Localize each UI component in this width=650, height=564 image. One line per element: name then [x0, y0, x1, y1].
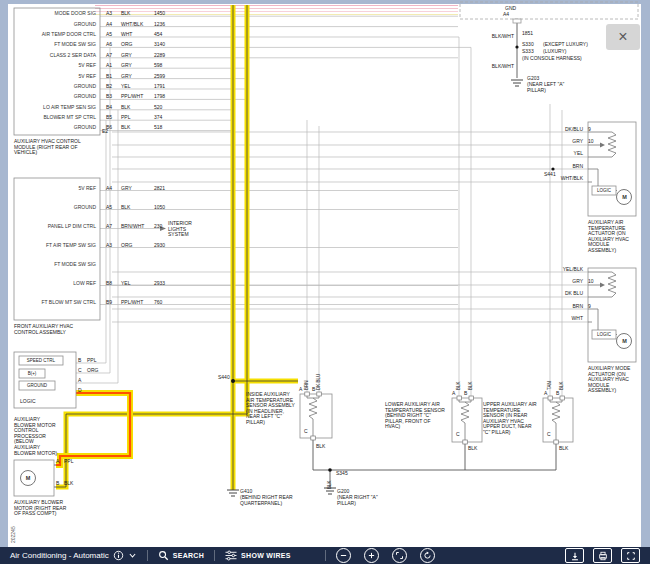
- signal-label: 5V REF: [14, 73, 100, 79]
- zoom-out-button[interactable]: [336, 548, 351, 563]
- circuit-number: 1050: [154, 204, 180, 210]
- wire-color-label: ORG: [121, 242, 154, 248]
- reset-view-button[interactable]: [420, 548, 435, 563]
- pin-label: B: [78, 357, 87, 363]
- connector-row: GRY 10: [543, 275, 598, 287]
- pin-label: B: [464, 391, 467, 397]
- connector-row: AIR TEMP DOOR CTRL A5 WHT 454: [14, 29, 180, 39]
- search-label: SEARCH: [173, 552, 204, 559]
- wire-color-label: WHT: [543, 315, 583, 321]
- wire-color-label: BLK: [327, 480, 332, 489]
- pin-label: A3: [100, 10, 121, 16]
- wire-color-label: BLK/WHT: [484, 64, 514, 70]
- pin-label: 9: [583, 126, 598, 132]
- circuit-number: 1450: [154, 10, 180, 16]
- pin-label: A3: [100, 242, 121, 248]
- wire-color-label: GRY: [543, 278, 583, 284]
- show-wires-button[interactable]: SHOW WIRES: [225, 550, 291, 561]
- b-plus-label: B(+): [19, 371, 45, 377]
- wire-color-label: BLK: [121, 204, 154, 210]
- wires-icon: [225, 550, 237, 561]
- expand-icon: [395, 551, 404, 560]
- signal-label: FT BLOW MT SW CTRL: [14, 299, 100, 305]
- splice-note: (LUXURY): [543, 49, 567, 55]
- circuit-number: 2930: [154, 242, 180, 248]
- ground-symbol-g410: [227, 490, 239, 496]
- toolbar-separator: [147, 550, 148, 561]
- connector-row: DK/BLU 9: [543, 123, 598, 135]
- circuit-number: 1798: [154, 93, 180, 99]
- zoom-in-button[interactable]: [364, 548, 379, 563]
- wire-color-label: BLK: [121, 10, 154, 16]
- wire-color-label: BLK/WHT: [484, 34, 514, 40]
- pin-label: A6: [100, 41, 121, 47]
- signal-label: 5V REF: [14, 185, 100, 191]
- close-button[interactable]: ×: [606, 24, 640, 50]
- toolbar-separator: [214, 550, 215, 561]
- pin-label: A4: [503, 12, 509, 18]
- circuit-number: 2821: [154, 185, 180, 191]
- wire-color-label: BRN: [543, 163, 583, 169]
- pin-label: A: [452, 391, 455, 397]
- ground-label: GROUND: [19, 383, 55, 389]
- circuit-number: 1236: [154, 21, 180, 27]
- signal-label: GROUND: [14, 21, 100, 27]
- wire-color-label: PPL/WHT: [121, 299, 154, 305]
- wire-color-label: DK BLU: [316, 374, 321, 390]
- pin-label: B9: [100, 299, 121, 305]
- pin-label: A: [78, 377, 87, 383]
- bottom-toolbar: Air Conditioning - Automatic SEARCH: [0, 547, 650, 564]
- module-caption: FRONT AUXILIARY HVAC CONTROL ASSEMBLY: [14, 324, 96, 335]
- pin-label: B1: [100, 73, 121, 79]
- logic-label: LOGIC: [592, 332, 616, 338]
- ground-note: (NEAR RIGHT "A" PILLAR): [337, 495, 381, 506]
- wire-color-label: DK BLU: [543, 290, 583, 296]
- plus-icon: [367, 551, 376, 560]
- circuit-number: 518: [154, 124, 180, 130]
- print-button[interactable]: [593, 548, 612, 563]
- download-button[interactable]: [565, 548, 584, 563]
- ground-note: (BEHIND RIGHT REAR QUARTERPANEL): [240, 495, 298, 506]
- connector-row: A: [78, 375, 109, 385]
- aux-hvac-module-rows: MODE DOOR SIG A3 BLK 1450 GROUND A4 WHT/…: [14, 8, 180, 133]
- pin-label: B: [556, 391, 559, 397]
- ground-symbol-g203: [511, 80, 523, 86]
- connector-row: FT BLOW MT SW CTRL B9 PPL/WHT 760: [14, 292, 180, 311]
- connector-row: FT MODE SW SIG A6 ORG 3140: [14, 39, 180, 49]
- signal-label: LOW REF: [14, 280, 100, 286]
- wire-color-label: PPL: [121, 114, 154, 120]
- pin-label: 9: [583, 303, 598, 309]
- diagram-selector[interactable]: Air Conditioning - Automatic: [0, 550, 137, 561]
- download-icon: [570, 551, 580, 561]
- processor-caption: AUXILIARY BLOWER MOTOR CONTROL PROCESSOR…: [14, 417, 60, 456]
- circuit-number: 598: [154, 62, 180, 68]
- pin-label: C: [78, 367, 87, 373]
- wire-color-label: WHT/BLK: [121, 21, 154, 27]
- circuit-number: 3140: [154, 41, 180, 47]
- info-icon[interactable]: [113, 550, 124, 561]
- pin-label: 10: [583, 138, 598, 144]
- connector-row: GRY 10: [543, 135, 598, 147]
- logic-label: LOGIC: [20, 399, 36, 405]
- connector-row: 5V REF A1 GRY 598: [14, 60, 180, 70]
- signal-label: FT MODE SW SIG: [14, 261, 100, 267]
- connector-row: CLASS 2 SER DATA A7 GRY 2289: [14, 50, 180, 60]
- pin-label: A: [544, 391, 547, 397]
- splice-label: S345: [336, 471, 348, 477]
- splice-note: (EXCEPT LUXURY): [543, 42, 588, 48]
- splice-label: S441: [544, 172, 556, 178]
- wire-color-label: BLK: [316, 444, 325, 450]
- wire-color-label: YEL: [121, 280, 154, 286]
- fullscreen-button[interactable]: [621, 548, 640, 563]
- search-button[interactable]: SEARCH: [158, 550, 204, 561]
- ground-note: (NEAR LEFT "A" PILLAR): [527, 82, 573, 93]
- fit-screen-button[interactable]: [392, 548, 407, 563]
- signal-label: MODE DOOR SIG: [14, 10, 100, 16]
- wire-color-label: YEL/BLK: [543, 266, 583, 272]
- wire-color-label: GRY: [121, 52, 154, 58]
- signal-label: GROUND: [14, 93, 100, 99]
- chevron-down-icon[interactable]: [128, 551, 137, 560]
- pin-label: C: [304, 429, 308, 435]
- connector-row: C ORG: [78, 365, 109, 375]
- mode-actuator-rows: YEL/BLK GRY 10 DK BLU BRN 9 WHT: [543, 263, 598, 325]
